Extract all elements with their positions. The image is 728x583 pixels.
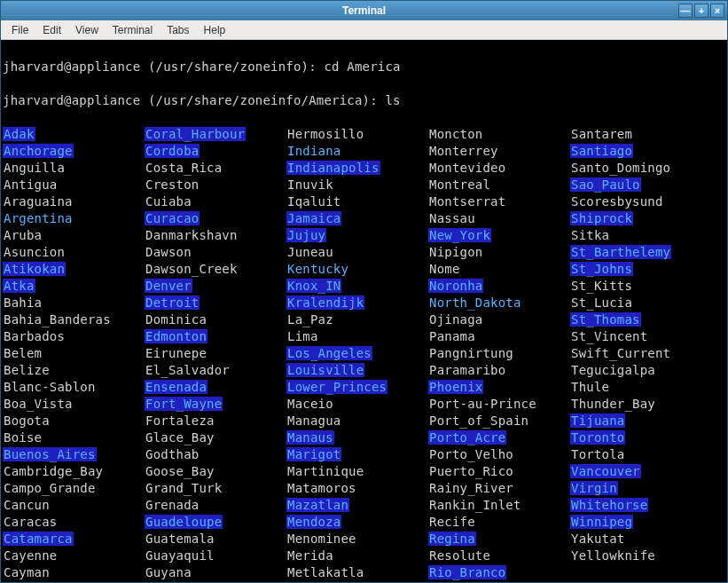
file-entry: Noronha xyxy=(428,279,483,293)
file-entry: Maceio xyxy=(286,397,334,411)
file-entry: Resolute xyxy=(428,548,491,563)
minimize-button[interactable]: — xyxy=(678,4,693,18)
file-entry: Merida xyxy=(286,548,334,563)
file-entry: Nassau xyxy=(428,211,476,225)
file-entry: Montreal xyxy=(428,177,491,192)
file-entry: Santarem xyxy=(570,127,633,141)
file-entry: Indianapolis xyxy=(286,161,380,175)
file-entry: Belem xyxy=(3,346,43,360)
file-entry: St_Johns xyxy=(570,262,633,276)
file-entry: Moncton xyxy=(428,127,483,141)
file-entry: Araguaina xyxy=(3,194,74,209)
file-entry: Tijuana xyxy=(570,414,625,428)
prompt-path: (/usr/share/zoneinfo/America): xyxy=(140,93,385,107)
file-entry: Santiago xyxy=(570,144,633,158)
file-entry: Recife xyxy=(428,515,476,529)
file-entry: Virgin xyxy=(570,481,618,495)
menu-terminal[interactable]: Terminal xyxy=(106,20,160,39)
file-entry: Phoenix xyxy=(428,380,483,394)
file-entry: Marigot xyxy=(286,447,341,461)
file-entry: Jamaica xyxy=(286,211,341,225)
file-entry: Knox_IN xyxy=(286,279,341,293)
file-entry: Santo_Domingo xyxy=(570,161,671,175)
menu-help[interactable]: Help xyxy=(197,20,233,39)
file-entry: Eirunepe xyxy=(145,346,207,360)
file-entry: Scoresbysund xyxy=(570,194,664,209)
menubar: File Edit View Terminal Tabs Help xyxy=(1,20,727,40)
file-entry: Porto_Acre xyxy=(428,430,506,445)
file-entry: Catamarca xyxy=(3,532,74,546)
file-entry: Curacao xyxy=(145,211,200,225)
file-entry: El_Salvador xyxy=(145,363,231,377)
file-entry: Aruba xyxy=(3,228,43,242)
file-entry: Louisville xyxy=(286,363,364,377)
file-entry: Regina xyxy=(428,532,476,546)
file-entry: Goose_Bay xyxy=(145,464,215,478)
file-entry: Asuncion xyxy=(3,245,66,259)
file-entry: Swift_Current xyxy=(570,346,671,360)
file-entry: Godthab xyxy=(145,447,200,461)
window-title: Terminal xyxy=(54,4,674,17)
file-entry: Edmonton xyxy=(145,329,207,343)
listing-column: Coral_HarbourCordobaCosta_RicaCrestonCui… xyxy=(145,126,286,582)
file-entry: Fortaleza xyxy=(145,414,215,428)
file-entry: Pangnirtung xyxy=(428,346,514,360)
file-entry: Bahia_Banderas xyxy=(3,312,112,327)
maximize-button[interactable]: + xyxy=(694,4,708,18)
file-entry: Nipigon xyxy=(428,245,483,259)
menu-view[interactable]: View xyxy=(68,20,106,39)
listing-column: AdakAnchorageAnguillaAntiguaAraguainaArg… xyxy=(3,126,145,582)
file-entry: Dawson_Creek xyxy=(145,262,239,276)
file-entry: Detroit xyxy=(145,295,200,310)
file-entry: Creston xyxy=(145,177,200,192)
prompt-user: jharvard@appliance xyxy=(3,93,140,107)
file-entry: Cayman xyxy=(3,565,51,579)
file-entry: North_Dakota xyxy=(428,295,522,310)
file-entry: Port-au-Prince xyxy=(428,397,537,411)
file-entry: Yakutat xyxy=(570,532,625,546)
file-entry: Dawson xyxy=(145,245,192,259)
file-entry: Montserrat xyxy=(428,194,506,209)
file-entry: Lower_Princes xyxy=(286,380,387,394)
file-entry: Atikokan xyxy=(3,262,66,276)
file-entry: Adak xyxy=(3,127,35,141)
file-entry: Anchorage xyxy=(3,144,74,158)
file-entry: Toronto xyxy=(570,430,625,445)
file-entry: St_Lucia xyxy=(570,295,633,310)
file-entry: La_Paz xyxy=(286,312,334,327)
file-entry: Rankin_Inlet xyxy=(428,498,522,512)
file-entry: Puerto_Rico xyxy=(428,464,514,478)
menu-edit[interactable]: Edit xyxy=(35,20,68,39)
file-entry: Bogota xyxy=(3,414,51,428)
file-entry: Barbados xyxy=(3,329,66,343)
file-entry: Cancun xyxy=(3,498,51,512)
listing-column: SantaremSantiagoSanto_DomingoSao_PauloSc… xyxy=(570,126,712,582)
file-entry: Hermosillo xyxy=(286,127,364,141)
file-entry: Thunder_Bay xyxy=(570,397,656,411)
close-button[interactable]: × xyxy=(710,4,724,18)
file-entry: Danmarkshavn xyxy=(145,228,239,242)
menu-file[interactable]: File xyxy=(4,20,35,39)
file-entry: Cambridge_Bay xyxy=(3,464,104,478)
file-entry: Tortola xyxy=(570,447,625,461)
file-entry: Managua xyxy=(286,414,341,428)
file-entry: Campo_Grande xyxy=(3,481,97,495)
file-entry: Paramaribo xyxy=(428,363,506,377)
file-entry: Thule xyxy=(570,380,610,394)
terminal-content[interactable]: jharvard@appliance (/usr/share/zoneinfo)… xyxy=(1,40,727,582)
file-entry: St_Barthelemy xyxy=(570,245,671,259)
file-entry: Belize xyxy=(3,363,51,377)
menu-tabs[interactable]: Tabs xyxy=(160,20,196,39)
file-entry: Panama xyxy=(428,329,476,343)
file-entry: Winnipeg xyxy=(570,515,633,529)
file-entry: Manaus xyxy=(286,430,334,445)
file-entry: Kralendijk xyxy=(286,295,364,310)
file-entry: Whitehorse xyxy=(570,498,648,512)
file-entry: Blanc-Sablon xyxy=(3,380,97,394)
file-entry: Glace_Bay xyxy=(145,430,215,445)
command-text: ls xyxy=(385,93,400,107)
prompt-user: jharvard@appliance xyxy=(3,59,140,74)
file-entry: Los_Angeles xyxy=(286,346,372,360)
titlebar[interactable]: Terminal — + × xyxy=(1,1,727,20)
terminal-window: Terminal — + × File Edit View Terminal T… xyxy=(0,0,728,583)
